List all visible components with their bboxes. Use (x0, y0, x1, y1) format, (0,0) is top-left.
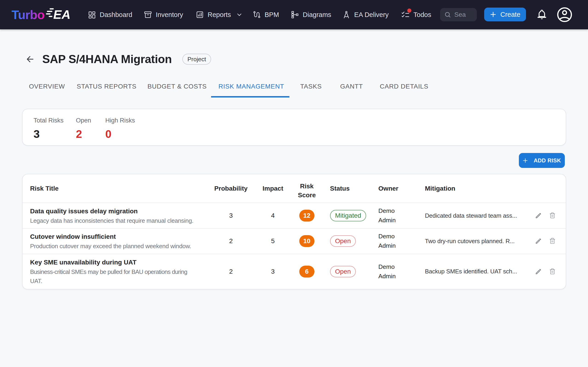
svg-text:EA: EA (53, 8, 70, 21)
